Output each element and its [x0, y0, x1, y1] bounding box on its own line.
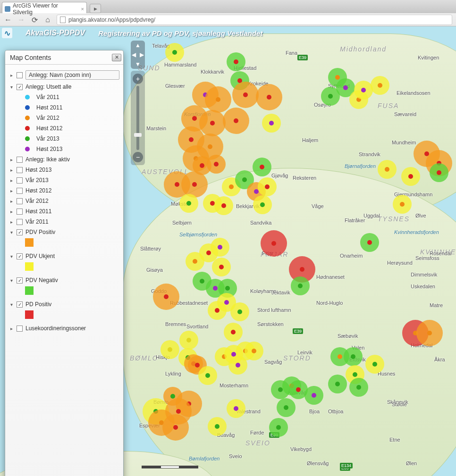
pan-compass[interactable]: ▲ ◀▶ ▼ — [131, 41, 145, 69]
zoom-thumb[interactable] — [134, 133, 142, 137]
expand-caret-icon[interactable] — [9, 157, 14, 162]
map-place-label: Kvitingen — [418, 55, 439, 60]
akvator-logo-icon: ∿ — [2, 28, 12, 38]
map-place-label: Stord lufthamn — [257, 307, 291, 313]
new-tab-button[interactable]: ▸ — [90, 4, 101, 13]
expand-caret-icon[interactable] — [9, 178, 14, 183]
layer-label: Vår 2012 — [25, 198, 119, 204]
map-place-label: Marstein — [146, 125, 166, 131]
legend-label: Høst 2012 — [36, 125, 62, 132]
pan-north-icon[interactable]: ▲ — [135, 42, 141, 49]
layer-row[interactable]: Anlegg: Utsett alle — [8, 82, 120, 92]
panel-header[interactable]: Map Contents ✕ — [5, 50, 123, 65]
panel-body: Anlegg: Navn (zoom inn)Anlegg: Utsett al… — [5, 65, 123, 476]
layer-row[interactable]: PD Positiv — [8, 299, 120, 309]
map-place-label: Fitjar — [262, 251, 273, 256]
url-bar[interactable]: plangis.akvator.no/Apps/pdpdvreg/ — [57, 15, 452, 25]
layer-row[interactable]: Anlegg: Navn (zoom inn) — [8, 68, 120, 82]
map-water-label: Selbjørnsfjorden — [179, 232, 217, 237]
map-place-label: Gisøya — [146, 267, 163, 273]
expand-caret-icon[interactable] — [9, 326, 14, 331]
expand-caret-icon[interactable] — [9, 188, 14, 193]
layer-row[interactable]: Høst 2013 — [8, 165, 120, 175]
expand-caret-icon[interactable] — [9, 278, 14, 283]
layer-checkbox[interactable] — [17, 72, 23, 78]
zoom-out-button[interactable]: − — [133, 152, 143, 162]
layer-checkbox[interactable] — [17, 229, 23, 235]
layer-checkbox[interactable] — [17, 188, 23, 194]
layer-label: Anlegg: Navn (zoom inn) — [25, 70, 119, 80]
zoom-in-button[interactable]: + — [133, 74, 143, 84]
home-button[interactable]: ⌂ — [43, 16, 52, 24]
pan-west-icon[interactable]: ◀ — [132, 51, 136, 58]
map-place-label: Fana — [286, 50, 297, 56]
layer-label: PD Positiv — [25, 301, 119, 308]
tab-strip: ArcGIS Viewer for Silverlig × ▸ — [0, 0, 456, 13]
layer-checkbox[interactable] — [17, 209, 23, 215]
forward-button[interactable]: → — [17, 16, 25, 24]
expand-caret-icon[interactable] — [9, 219, 14, 225]
reload-button[interactable]: ⟳ — [30, 16, 39, 24]
scale-bar — [142, 461, 198, 468]
layer-checkbox[interactable] — [17, 177, 23, 184]
expand-caret-icon[interactable] — [9, 302, 14, 307]
layer-row[interactable]: Høst 2011 — [8, 206, 120, 217]
legend-row: Høst 2011 — [8, 102, 120, 113]
layer-row[interactable]: PDV Positiv — [8, 227, 120, 237]
map-place-label: Mundheim — [392, 140, 416, 145]
layer-checkbox[interactable] — [17, 253, 23, 259]
layer-row[interactable]: PDV Ukjent — [8, 251, 120, 261]
map-place-label: Valen — [352, 345, 364, 351]
map-place-label: Strandvik — [359, 151, 380, 157]
expand-caret-icon[interactable] — [9, 209, 14, 214]
zoom-slider[interactable]: + − — [131, 71, 145, 165]
expand-caret-icon[interactable] — [9, 230, 14, 235]
layer-checkbox[interactable] — [17, 219, 23, 225]
layer-row[interactable]: Høst 2012 — [8, 185, 120, 196]
map-place-label: Bremnes — [165, 321, 186, 327]
map-nav-widget: ▲ ◀▶ ▼ + − — [131, 41, 145, 165]
layer-checkbox[interactable] — [17, 277, 23, 284]
expand-caret-icon[interactable] — [9, 167, 14, 173]
tab-close-icon[interactable]: × — [81, 6, 84, 12]
map-place-label: Haljem — [302, 137, 318, 143]
layer-row[interactable]: Vår 2012 — [8, 196, 120, 206]
map-place-label: Klokkarvik — [201, 69, 224, 75]
back-button[interactable]: ← — [4, 16, 12, 24]
panel-close-button[interactable]: ✕ — [112, 54, 121, 61]
map-place-label: Bømlo — [153, 399, 169, 405]
layer-row[interactable]: Lusekoordineringssoner — [8, 323, 120, 334]
map-place-label: Krokeide — [248, 81, 268, 86]
map-place-label: Ølen — [406, 460, 417, 466]
map-place-label: Våge — [312, 203, 324, 209]
layer-row[interactable]: Anlegg: Ikke aktiv — [8, 154, 120, 165]
map-place-label: Bjoa — [309, 409, 320, 414]
layer-checkbox[interactable] — [17, 326, 23, 332]
map-contents-panel: Map Contents ✕ Anlegg: Navn (zoom inn)An… — [5, 50, 124, 476]
layer-checkbox[interactable] — [17, 301, 23, 308]
expand-caret-icon[interactable] — [9, 73, 14, 78]
url-text: plangis.akvator.no/Apps/pdpdvreg/ — [68, 17, 155, 23]
pan-east-icon[interactable]: ▶ — [140, 51, 144, 58]
expand-caret-icon[interactable] — [9, 254, 14, 259]
map-place-label: Goddo — [151, 288, 167, 294]
layer-checkbox[interactable] — [17, 198, 23, 204]
zoom-track[interactable] — [136, 86, 139, 150]
layer-row[interactable]: Vår 2013 — [8, 175, 120, 185]
map-water-label: Kvinnheradsfjorden — [394, 229, 439, 235]
expand-caret-icon[interactable] — [9, 84, 14, 90]
legend-row: Høst 2013 — [8, 144, 120, 154]
layer-checkbox[interactable] — [17, 84, 23, 90]
layer-row[interactable]: Vår 2011 — [8, 217, 120, 227]
layer-row[interactable]: PDV Negativ — [8, 275, 120, 285]
legend-label: Vår 2011 — [36, 94, 59, 100]
expand-caret-icon[interactable] — [9, 199, 14, 204]
layer-checkbox[interactable] — [17, 157, 23, 163]
layer-checkbox[interactable] — [17, 167, 23, 173]
map-place-label: Syfteland — [328, 83, 350, 89]
map-place-label: Glesvær — [165, 83, 185, 89]
favicon-icon — [5, 6, 10, 12]
legend-swatch-icon — [25, 310, 34, 319]
browser-tab[interactable]: ArcGIS Viewer for Silverlig × — [2, 2, 87, 13]
pan-south-icon[interactable]: ▼ — [135, 61, 141, 67]
